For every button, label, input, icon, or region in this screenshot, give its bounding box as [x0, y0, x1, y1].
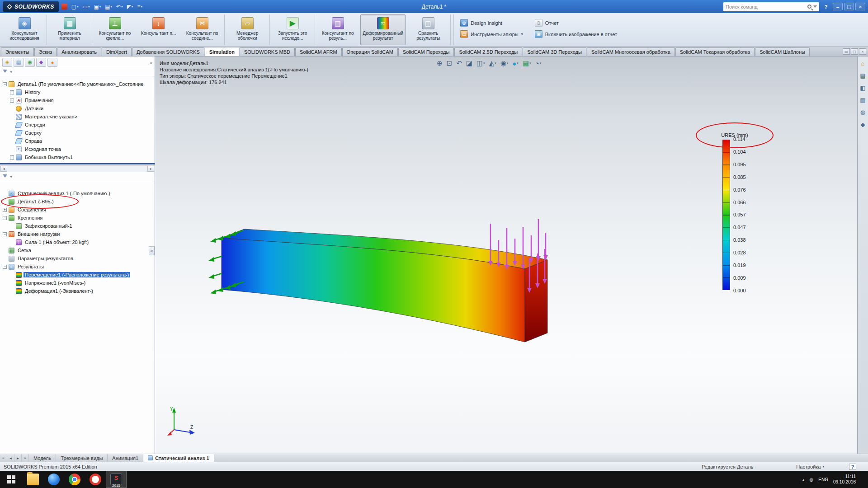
tree-expander[interactable]: +: [10, 90, 14, 94]
panel-tab-icon[interactable]: ◉: [25, 58, 35, 67]
graphics-area[interactable]: Имя модели:Деталь1Название исследования:…: [155, 56, 857, 454]
tree-expander[interactable]: −: [3, 232, 7, 236]
tree-item[interactable]: − Внешние нагрузки: [0, 230, 155, 238]
tree-item[interactable]: − Результаты: [0, 263, 155, 271]
tree-item[interactable]: Перемещение1 (-Расположение результата-): [0, 271, 155, 279]
taskbar-app-button[interactable]: [64, 471, 85, 488]
tree-item[interactable]: Деформация1 (-Эквивалент-): [0, 287, 155, 295]
titlebar-tool-icon[interactable]: ≡▾: [136, 3, 144, 10]
model-tab[interactable]: Трехмерные виды: [56, 454, 108, 462]
help-button[interactable]: ?: [822, 4, 830, 9]
tree-item[interactable]: Сетка: [0, 246, 155, 254]
ribbon-button[interactable]: Консультант по соедине...: [179, 14, 225, 45]
scroll-right-icon[interactable]: ▸: [147, 166, 154, 172]
settings-menu[interactable]: Настройка ▾: [796, 464, 824, 469]
task-pane-icon[interactable]: ◧: [859, 84, 867, 92]
commandmanager-tab[interactable]: SOLIDWORKS MBD: [240, 47, 295, 56]
hud-icon[interactable]: ◔▾: [534, 58, 543, 68]
tree-item[interactable]: Статический анализ 1 (-По умолчанию-): [0, 189, 155, 197]
tree-item[interactable]: Справа: [0, 137, 155, 145]
tree-item[interactable]: + Соединения: [0, 206, 155, 214]
tree-item[interactable]: Датчики: [0, 104, 155, 113]
hud-icon[interactable]: ↶: [455, 58, 463, 68]
commandmanager-tab[interactable]: Эскиз: [34, 47, 57, 56]
commandmanager-tab[interactable]: SolidCAM Переходы: [398, 47, 454, 56]
tree-item[interactable]: Напряжение1 (-vonMises-): [0, 279, 155, 287]
ribbon-button[interactable]: Запустить это исследо...: [270, 14, 315, 45]
task-pane-icon[interactable]: ▤: [859, 71, 867, 80]
hud-icon[interactable]: ▦▾: [521, 58, 533, 68]
tree-item[interactable]: + History: [0, 88, 155, 96]
panel-collapse-button[interactable]: «: [149, 246, 155, 255]
commandmanager-tab[interactable]: Операция SolidCAM: [342, 47, 398, 56]
ribbon-button[interactable]: Применить материал: [47, 14, 92, 45]
tree-expander[interactable]: −: [3, 216, 7, 220]
tree-item[interactable]: Параметры результатов: [0, 254, 155, 263]
model-tab[interactable]: Модель: [29, 454, 56, 462]
titlebar-tool-icon[interactable]: ▤▾: [104, 3, 113, 10]
panel-splitter[interactable]: [0, 163, 155, 164]
tab-nav-button[interactable]: ◂: [7, 454, 14, 462]
search-icon[interactable]: [807, 5, 811, 9]
tree-item[interactable]: Сверху: [0, 129, 155, 137]
task-pane-icon[interactable]: ◍: [859, 108, 867, 116]
tree-item[interactable]: Сила-1 (:На объект: 20 kgf:): [0, 238, 155, 246]
tree-horizontal-scrollbar[interactable]: ◂ ▸: [0, 165, 155, 172]
ribbon-button[interactable]: Сравнить результаты: [406, 14, 451, 45]
tree-item[interactable]: Материал <не указан>: [0, 113, 155, 121]
titlebar-tool-icon[interactable]: ▭▾: [81, 3, 91, 10]
titlebar-tool-icon[interactable]: ▢▾: [70, 3, 80, 10]
ribbon-link[interactable]: Инструменты эпюры ▾: [460, 30, 523, 38]
tree-item[interactable]: + Бобышка-Вытянуть1: [0, 153, 155, 161]
study-tree-filter-bar[interactable]: ▼: [0, 173, 155, 181]
ribbon-button[interactable]: Консультант по крепле...: [92, 14, 137, 45]
tree-filter-bar[interactable]: ▼: [0, 68, 155, 76]
hud-icon[interactable]: ◭▾: [488, 58, 498, 68]
titlebar-tool-icon[interactable]: ▣▾: [92, 3, 102, 10]
clock[interactable]: 11:11 09.10.2016: [833, 474, 856, 485]
commandmanager-tab[interactable]: Элементы: [1, 47, 34, 56]
search-input[interactable]: [726, 4, 806, 9]
network-icon[interactable]: ◍: [810, 477, 814, 482]
search-caret-icon[interactable]: [813, 5, 817, 9]
window-button[interactable]: ×: [855, 3, 865, 10]
filter-caret-icon[interactable]: ▼: [9, 175, 13, 178]
command-search[interactable]: [723, 2, 819, 11]
dropdown-caret-icon[interactable]: ▾: [521, 32, 523, 36]
tree-expander[interactable]: +: [3, 208, 7, 212]
ribbon-button[interactable]: Консультант по резуль...: [315, 14, 360, 45]
tree-expander[interactable]: +: [10, 155, 14, 160]
tab-nav-button[interactable]: ▸: [14, 454, 22, 462]
task-pane-icon[interactable]: ▦: [859, 96, 867, 104]
panel-expand-icon[interactable]: »: [150, 60, 152, 65]
model-tab[interactable]: Статический анализ 1: [143, 454, 214, 462]
tree-expander[interactable]: +: [10, 99, 14, 103]
window-button[interactable]: –: [833, 3, 843, 10]
tree-item[interactable]: Зафиксированный-1: [0, 222, 155, 230]
commandmanager-tab[interactable]: SolidCAM Токарная обработка: [675, 47, 755, 56]
ribbon-link[interactable]: Включить изображение в отчет: [535, 30, 617, 38]
titlebar-tool-icon[interactable]: ↶▾: [115, 3, 124, 10]
hud-icon[interactable]: ⊕: [435, 58, 444, 68]
commandmanager-tab[interactable]: SolidCAM 3D Переходы: [523, 47, 586, 56]
tab-nav-button[interactable]: »: [22, 454, 29, 462]
ribbon-link[interactable]: Отчет: [535, 19, 617, 27]
deformed-model-plot[interactable]: [196, 215, 630, 404]
tree-expander[interactable]: −: [3, 265, 7, 269]
ribbon-button[interactable]: Менеджер оболочки: [225, 14, 270, 45]
commandmanager-tab[interactable]: SolidCAM Шаблоны: [755, 47, 810, 56]
document-window-button[interactable]: ×: [859, 48, 866, 55]
hud-icon[interactable]: ⊡: [445, 58, 454, 68]
panel-tab-icon[interactable]: ◆: [36, 58, 46, 67]
filter-caret-icon[interactable]: ▼: [9, 70, 13, 74]
start-button[interactable]: [0, 471, 23, 488]
commandmanager-tab[interactable]: Анализировать: [57, 47, 101, 56]
commandmanager-tab[interactable]: DimXpert: [102, 47, 132, 56]
tab-nav-button[interactable]: «: [0, 454, 7, 462]
hud-icon[interactable]: ◫▾: [475, 58, 486, 68]
status-help-button[interactable]: ?: [849, 464, 856, 470]
document-window-button[interactable]: ▭: [843, 48, 850, 55]
commandmanager-tab[interactable]: Добавления SOLIDWORKS: [132, 47, 204, 56]
ribbon-button[interactable]: Консуль тант п...: [137, 14, 179, 45]
tree-item[interactable]: Спереди: [0, 121, 155, 129]
